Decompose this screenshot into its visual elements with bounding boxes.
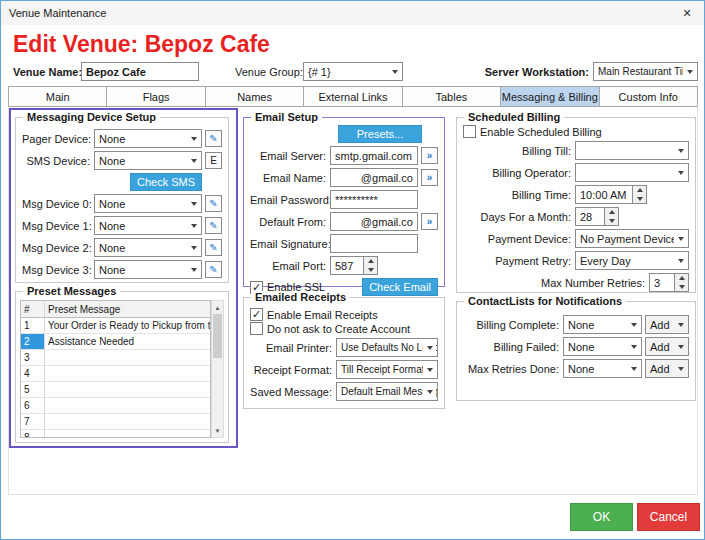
msg-device-1-select[interactable]: None <box>94 216 202 235</box>
msg-device-3-label: Msg Device 3: <box>22 264 90 276</box>
default-from-input[interactable]: @gmail.co <box>330 212 418 231</box>
window-title: Venue Maintenance <box>1 7 670 19</box>
cancel-button[interactable]: Cancel <box>637 503 700 531</box>
table-row-selected[interactable]: 2Assistance Needed <box>21 334 210 350</box>
chevron-down-icon <box>674 361 687 376</box>
billing-failed-value: None <box>568 341 594 353</box>
enable-scheduled-billing-row[interactable]: Enable Scheduled Billing <box>463 125 689 138</box>
tab-custom-info[interactable]: Custom Info <box>600 86 698 107</box>
email-port-input[interactable]: 587 <box>330 256 364 275</box>
tab-tables[interactable]: Tables <box>403 86 501 107</box>
edit-device-icon[interactable]: ✎ <box>205 217 222 234</box>
row-text <box>45 350 210 365</box>
check-email-button[interactable]: Check Email <box>362 278 438 296</box>
billing-operator-select[interactable] <box>575 163 689 182</box>
venue-name-input[interactable]: Bepoz Cafe <box>81 62 199 81</box>
billing-complete-add-button[interactable]: Add <box>645 315 689 334</box>
no-create-account-checkbox[interactable] <box>250 322 263 335</box>
receipt-format-select[interactable]: Till Receipt Format <box>336 360 438 379</box>
email-signature-input[interactable] <box>330 234 418 253</box>
spinner-up-icon[interactable] <box>675 274 688 283</box>
pager-device-select[interactable]: None <box>94 129 202 148</box>
table-row[interactable]: 3 <box>21 350 210 366</box>
server-workstation-value: Main Restaurant Till 1 <box>598 66 695 77</box>
more-icon[interactable]: » <box>421 169 438 186</box>
scroll-up-icon[interactable]: ▲ <box>212 301 223 314</box>
enable-email-receipts-row[interactable]: ✓ Enable Email Receipts <box>250 308 438 321</box>
email-name-input[interactable]: @gmail.co <box>330 168 418 187</box>
table-row[interactable]: 1Your Order is Ready to Pickup from t... <box>21 318 210 334</box>
close-icon[interactable]: ✕ <box>670 1 704 25</box>
email-password-input[interactable]: ********** <box>330 190 418 209</box>
tab-external-links[interactable]: External Links <box>304 86 402 107</box>
scroll-down-icon[interactable]: ▼ <box>212 424 223 437</box>
max-retries-done-add-button[interactable]: Add <box>645 359 689 378</box>
msg-device-2-select[interactable]: None <box>94 238 202 257</box>
payment-device-label: Payment Device: <box>463 233 571 245</box>
sms-e-button[interactable]: E <box>205 152 222 169</box>
table-row[interactable]: 4 <box>21 366 210 382</box>
more-icon[interactable]: » <box>421 147 438 164</box>
billing-time-spinner[interactable] <box>633 185 647 204</box>
billing-complete-select[interactable]: None <box>563 315 642 334</box>
page-title: Edit Venue: Bepoz Cafe <box>13 31 270 58</box>
enable-email-receipts-checkbox[interactable]: ✓ <box>250 308 263 321</box>
spinner-down-icon[interactable] <box>675 283 688 292</box>
venue-group-select[interactable]: {# 1} <box>303 62 403 81</box>
more-icon[interactable]: » <box>421 213 438 230</box>
messaging-device-setup-group: Messaging Device Setup Pager Device: Non… <box>15 117 229 283</box>
presets-button[interactable]: Presets... <box>338 125 422 143</box>
billing-failed-select[interactable]: None <box>563 337 642 356</box>
spinner-down-icon[interactable] <box>364 266 377 275</box>
table-row[interactable]: 5 <box>21 382 210 398</box>
max-retries-spinner[interactable] <box>675 273 689 292</box>
edit-device-icon[interactable]: ✎ <box>205 239 222 256</box>
spinner-down-icon[interactable] <box>633 195 646 204</box>
server-workstation-label: Server Workstation: <box>479 66 589 78</box>
tab-names[interactable]: Names <box>206 86 304 107</box>
venue-maintenance-window: Venue Maintenance ✕ Edit Venue: Bepoz Ca… <box>0 0 705 540</box>
edit-device-icon[interactable]: ✎ <box>205 261 222 278</box>
table-row[interactable]: 6 <box>21 398 210 414</box>
msg-device-2-label: Msg Device 2: <box>22 242 90 254</box>
spinner-up-icon[interactable] <box>605 208 618 217</box>
payment-retry-select[interactable]: Every Day <box>575 251 689 270</box>
port-spinner[interactable] <box>364 256 378 275</box>
max-retries-done-select[interactable]: None <box>563 359 642 378</box>
max-retries-input[interactable]: 3 <box>649 273 675 292</box>
tab-flags[interactable]: Flags <box>107 86 205 107</box>
days-for-month-input[interactable]: 28 <box>575 207 605 226</box>
sms-device-select[interactable]: None <box>94 151 202 170</box>
chevron-down-icon <box>674 253 687 268</box>
no-create-account-row[interactable]: Do not ask to Create Account <box>250 322 438 335</box>
email-server-input[interactable]: smtp.gmail.com <box>330 146 418 165</box>
server-workstation-select[interactable]: Main Restaurant Till 1 <box>593 62 698 81</box>
msg-device-3-select[interactable]: None <box>94 260 202 279</box>
msg-device-0-select[interactable]: None <box>94 194 202 213</box>
spinner-down-icon[interactable] <box>605 217 618 226</box>
check-sms-button[interactable]: Check SMS <box>130 173 202 191</box>
enable-scheduled-billing-label: Enable Scheduled Billing <box>480 126 602 138</box>
saved-message-select[interactable]: Default Email Message <box>336 382 438 401</box>
email-printer-select[interactable]: Use Defaults No Logo <box>336 338 438 357</box>
enable-scheduled-billing-checkbox[interactable] <box>463 125 476 138</box>
spinner-up-icon[interactable] <box>364 257 377 266</box>
vertical-scrollbar[interactable]: ▲ ▼ <box>211 300 224 438</box>
tab-messaging-billing[interactable]: Messaging & Billing <box>501 86 599 107</box>
tab-main[interactable]: Main <box>8 86 107 107</box>
ok-button[interactable]: OK <box>570 503 633 531</box>
scrollbar-thumb[interactable] <box>213 314 222 358</box>
table-row[interactable]: 7 <box>21 414 210 430</box>
table-row[interactable]: 8 <box>21 430 210 438</box>
days-for-month-spinner[interactable] <box>605 207 619 226</box>
chevron-down-icon <box>674 317 687 332</box>
spinner-up-icon[interactable] <box>633 186 646 195</box>
max-retries-done-value: None <box>568 363 594 375</box>
billing-till-select[interactable] <box>575 141 689 160</box>
edit-device-icon[interactable]: ✎ <box>205 130 222 147</box>
saved-message-label: Saved Message: <box>250 386 332 398</box>
payment-device-select[interactable]: No Payment Device <box>575 229 689 248</box>
billing-failed-add-button[interactable]: Add <box>645 337 689 356</box>
edit-device-icon[interactable]: ✎ <box>205 195 222 212</box>
billing-time-input[interactable]: 10:00 AM <box>575 185 633 204</box>
